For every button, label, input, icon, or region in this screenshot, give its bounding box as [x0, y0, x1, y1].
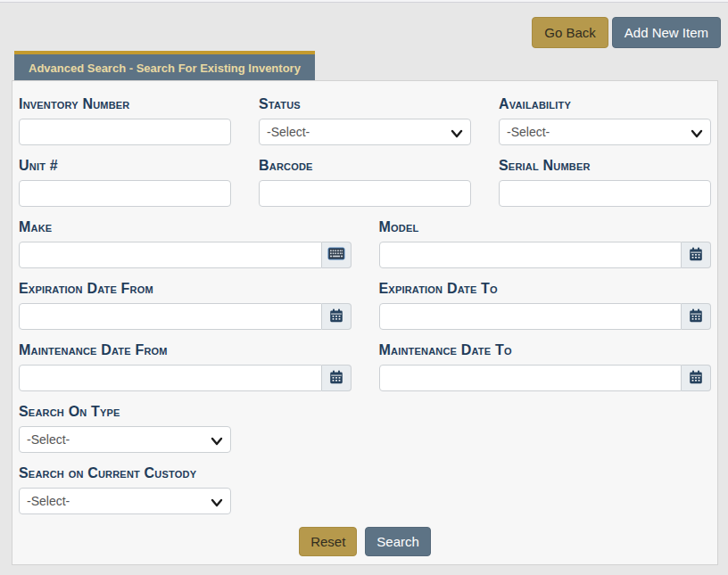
search-on-current-custody-label: Search on Current Custody — [19, 465, 231, 481]
inventory-number-label: Inventory Number — [19, 96, 231, 112]
field-expiration-date-to: Expiration Date To — [379, 281, 712, 330]
form-row-6: Search On Type -Select- — [19, 404, 711, 453]
barcode-input[interactable] — [259, 180, 471, 207]
model-label: Model — [379, 219, 712, 235]
page-top-strip — [0, 0, 728, 3]
header-actions: Go Back Add New Item — [532, 17, 721, 48]
form-footer: Reset Search — [19, 527, 711, 556]
tab-advanced-search[interactable]: Advanced Search - Search For Existing In… — [14, 51, 315, 83]
unit-number-label: Unit # — [19, 158, 231, 174]
field-search-on-current-custody: Search on Current Custody -Select- — [19, 465, 231, 514]
form-row-5: Maintenance Date From Maintenance Date T… — [19, 342, 711, 391]
expiration-date-to-calendar-button[interactable] — [682, 303, 711, 330]
make-label: Make — [19, 219, 352, 235]
form-row-1: Inventory Number Status -Select- Availab… — [19, 96, 711, 145]
field-barcode: Barcode — [259, 158, 471, 207]
availability-select[interactable]: -Select- — [499, 119, 711, 145]
model-calendar-addon-button[interactable] — [682, 242, 711, 268]
field-serial-number: Serial Number — [499, 158, 711, 207]
maintenance-date-to-input[interactable] — [379, 365, 682, 391]
make-input[interactable] — [19, 242, 322, 268]
form-row-3: Make — [19, 219, 711, 268]
unit-number-input[interactable] — [19, 180, 231, 207]
calendar-icon — [689, 370, 703, 387]
calendar-icon — [329, 308, 343, 325]
maintenance-date-from-calendar-button[interactable] — [322, 365, 352, 391]
calendar-icon — [329, 370, 343, 387]
reset-button[interactable]: Reset — [299, 527, 357, 556]
search-button[interactable]: Search — [365, 527, 431, 556]
field-expiration-date-from: Expiration Date From — [19, 281, 352, 330]
inventory-number-input[interactable] — [19, 119, 231, 145]
serial-number-input[interactable] — [499, 180, 711, 207]
availability-label: Availability — [499, 96, 711, 112]
field-model: Model — [379, 219, 712, 268]
maintenance-date-from-input[interactable] — [19, 365, 322, 391]
search-on-type-label: Search On Type — [19, 404, 231, 420]
expiration-date-from-input[interactable] — [19, 303, 322, 330]
expiration-date-to-input[interactable] — [379, 303, 682, 330]
calendar-icon — [689, 308, 703, 325]
field-unit-number: Unit # — [19, 158, 231, 207]
maintenance-date-to-label: Maintenance Date To — [379, 342, 712, 358]
field-availability: Availability -Select- — [499, 96, 711, 145]
field-maintenance-date-from: Maintenance Date From — [19, 342, 352, 391]
search-on-type-select[interactable]: -Select- — [19, 426, 231, 453]
expiration-date-to-label: Expiration Date To — [379, 281, 712, 297]
form-row-4: Expiration Date From Expiration Date To — [19, 281, 711, 330]
field-make: Make — [19, 219, 352, 268]
field-status: Status -Select- — [259, 96, 471, 145]
add-new-item-button[interactable]: Add New Item — [612, 17, 721, 48]
serial-number-label: Serial Number — [499, 158, 711, 174]
status-select[interactable]: -Select- — [259, 119, 471, 145]
barcode-label: Barcode — [259, 158, 471, 174]
advanced-search-panel: Inventory Number Status -Select- Availab… — [12, 80, 718, 565]
keyboard-icon — [327, 247, 345, 263]
search-on-current-custody-select[interactable]: -Select- — [19, 488, 231, 514]
calendar-icon — [689, 247, 703, 264]
field-maintenance-date-to: Maintenance Date To — [379, 342, 712, 391]
maintenance-date-from-label: Maintenance Date From — [19, 342, 352, 358]
go-back-button[interactable]: Go Back — [532, 17, 608, 48]
expiration-date-from-calendar-button[interactable] — [322, 303, 352, 330]
maintenance-date-to-calendar-button[interactable] — [682, 365, 711, 391]
field-search-on-type: Search On Type -Select- — [19, 404, 231, 453]
form-row-2: Unit # Barcode Serial Number — [19, 158, 711, 207]
field-inventory-number: Inventory Number — [19, 96, 231, 145]
make-keyboard-addon-button[interactable] — [322, 242, 352, 268]
expiration-date-from-label: Expiration Date From — [19, 281, 352, 297]
form-row-7: Search on Current Custody -Select- — [19, 465, 711, 514]
model-input[interactable] — [379, 242, 682, 268]
status-label: Status — [259, 96, 471, 112]
